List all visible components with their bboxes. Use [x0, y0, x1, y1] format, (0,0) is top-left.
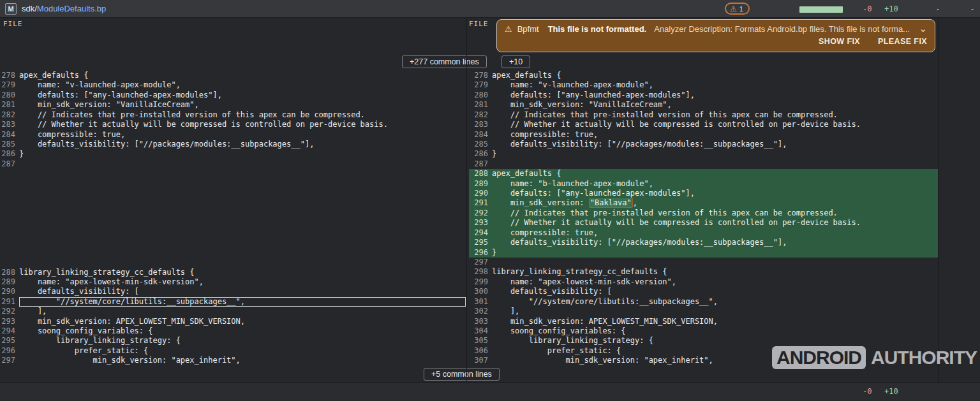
line-number[interactable]: 296	[0, 346, 19, 356]
line-number[interactable]: 294	[0, 326, 19, 336]
line-number[interactable]: 300	[469, 287, 492, 296]
code-line[interactable]: soong_config_variables: {	[492, 326, 938, 336]
line-number[interactable]: 284	[469, 130, 492, 140]
line-number[interactable]: 294	[469, 228, 492, 238]
code-line[interactable]: // Indicates that pre-installed version …	[19, 110, 466, 120]
line-number[interactable]: 302	[469, 307, 492, 316]
code-line[interactable]: name: "v-launched-apex-module",	[19, 80, 466, 90]
code-line[interactable]	[492, 159, 938, 169]
code-line[interactable]: // Indicates that pre-installed version …	[492, 208, 938, 218]
line-number[interactable]: 279	[0, 80, 19, 90]
code-line[interactable]: }	[492, 149, 938, 159]
code-line[interactable]: min_sdk_version: "VanillaIceCream",	[492, 100, 938, 110]
line-number[interactable]: 286	[469, 149, 492, 159]
line-number[interactable]: 281	[0, 100, 19, 110]
line-number[interactable]: 292	[0, 307, 19, 316]
line-number[interactable]: 281	[469, 100, 492, 110]
code-line[interactable]: library_linking_strategy: {	[19, 336, 466, 346]
line-number[interactable]: 291	[0, 297, 19, 307]
line-number[interactable]: 307	[469, 356, 492, 365]
code-line[interactable]: defaults_visibility: ["//packages/module…	[492, 238, 938, 247]
code-line[interactable]: // Whether it actually will be compresse…	[492, 218, 938, 228]
code-line[interactable]: min_sdk_version: "Baklava",	[492, 198, 938, 208]
code-line[interactable]: prefer_static: {	[19, 346, 466, 356]
code-line[interactable]: min_sdk_version: "apex_inherit",	[19, 356, 466, 365]
line-number[interactable]: 282	[0, 110, 19, 120]
line-number[interactable]: 293	[0, 317, 19, 326]
code-line[interactable]: "//system/core/libutils:__subpackages__"…	[19, 297, 466, 307]
code-line[interactable]: apex_defaults {	[19, 71, 466, 80]
line-number[interactable]: 298	[469, 267, 492, 277]
line-number[interactable]: 290	[0, 287, 19, 296]
code-line[interactable]: defaults: ["any-launched-apex-modules"],	[492, 91, 938, 100]
code-line[interactable]: min_sdk_version: APEX_LOWEST_MIN_SDK_VER…	[19, 317, 466, 326]
line-number[interactable]: 283	[0, 120, 19, 129]
code-line[interactable]: name: "apex-lowest-min-sdk-version",	[19, 277, 466, 287]
line-number[interactable]: 289	[0, 277, 19, 287]
line-number[interactable]: 285	[0, 140, 19, 149]
line-number[interactable]: 289	[469, 179, 492, 189]
code-line[interactable]: compressible: true,	[492, 228, 938, 238]
line-number[interactable]: 287	[0, 159, 19, 169]
code-line[interactable]: defaults_visibility: ["//packages/module…	[19, 140, 466, 149]
line-number[interactable]: 293	[469, 218, 492, 228]
line-number[interactable]: 283	[469, 120, 492, 129]
line-number[interactable]: 284	[0, 130, 19, 140]
code-line[interactable]: // Whether it actually will be compresse…	[19, 120, 466, 129]
code-line[interactable]: // Indicates that pre-installed version …	[492, 110, 938, 120]
please-fix-button[interactable]: PLEASE FIX	[878, 37, 927, 46]
code-line[interactable]: compressible: true,	[19, 130, 466, 140]
code-line[interactable]: name: "b-launched-apex-module",	[492, 179, 938, 189]
show-fix-button[interactable]: SHOW FIX	[819, 37, 860, 46]
line-number[interactable]: 299	[469, 277, 492, 287]
line-number[interactable]: 295	[0, 336, 19, 346]
line-number[interactable]: 278	[469, 71, 492, 80]
expand-plus-button[interactable]: +10	[501, 55, 530, 68]
code-line[interactable]: defaults_visibility: [	[492, 287, 938, 296]
code-line[interactable]: ],	[492, 307, 938, 316]
code-line[interactable]	[492, 258, 938, 267]
code-line[interactable]: // Whether it actually will be compresse…	[492, 120, 938, 129]
code-line[interactable]: library_linking_strategy_cc_defaults {	[492, 267, 938, 277]
expand-bottom-common-lines-button[interactable]: +5 common lines	[424, 368, 500, 381]
chevron-down-icon[interactable]: ⌄	[919, 24, 927, 33]
code-line[interactable]: library_linking_strategy_cc_defaults {	[19, 268, 466, 277]
code-line[interactable]: }	[19, 149, 466, 159]
line-number[interactable]: 303	[469, 317, 492, 326]
line-number[interactable]: 295	[469, 238, 492, 247]
line-number[interactable]: 306	[469, 346, 492, 356]
warning-count-chip[interactable]: ⚠ 1	[725, 3, 750, 15]
code-line[interactable]: }	[492, 248, 938, 258]
line-number[interactable]: 280	[469, 91, 492, 100]
code-line[interactable]: min_sdk_version: APEX_LOWEST_MIN_SDK_VER…	[492, 317, 938, 326]
line-number[interactable]: 291	[469, 198, 492, 208]
line-number[interactable]: 288	[0, 268, 19, 277]
line-number[interactable]: 304	[469, 326, 492, 336]
code-line[interactable]: defaults: ["any-launched-apex-modules"],	[492, 189, 938, 198]
line-number[interactable]: 305	[469, 336, 492, 346]
code-line[interactable]: ],	[19, 307, 466, 316]
code-line[interactable]: name: "apex-lowest-min-sdk-version",	[492, 277, 938, 287]
code-line[interactable]: defaults_visibility: [	[19, 287, 466, 296]
line-number[interactable]: 282	[469, 110, 492, 120]
code-line[interactable]	[19, 159, 466, 169]
code-line[interactable]: "//system/core/libutils:__subpackages__"…	[492, 297, 938, 307]
line-number[interactable]: 285	[469, 140, 492, 149]
line-number[interactable]: 292	[469, 208, 492, 218]
code-line[interactable]: soong_config_variables: {	[19, 326, 466, 336]
line-number[interactable]: 290	[469, 189, 492, 198]
line-number[interactable]: 297	[0, 356, 19, 365]
line-number[interactable]: 288	[469, 169, 492, 179]
line-number[interactable]: 296	[469, 248, 492, 258]
line-number[interactable]: 286	[0, 149, 19, 159]
code-line[interactable]: name: "v-launched-apex-module",	[492, 80, 938, 90]
line-number[interactable]: 280	[0, 91, 19, 100]
code-line[interactable]: library_linking_strategy: {	[492, 336, 938, 346]
line-number[interactable]: 278	[0, 71, 19, 80]
line-number[interactable]: 297	[469, 258, 492, 267]
line-number[interactable]: 287	[469, 159, 492, 169]
code-line[interactable]: defaults_visibility: ["//packages/module…	[492, 140, 938, 149]
code-line[interactable]: apex_defaults {	[492, 71, 938, 80]
code-line[interactable]: compressible: true,	[492, 130, 938, 140]
file-path-link[interactable]: sdk/ModuleDefaults.bp	[22, 4, 106, 13]
